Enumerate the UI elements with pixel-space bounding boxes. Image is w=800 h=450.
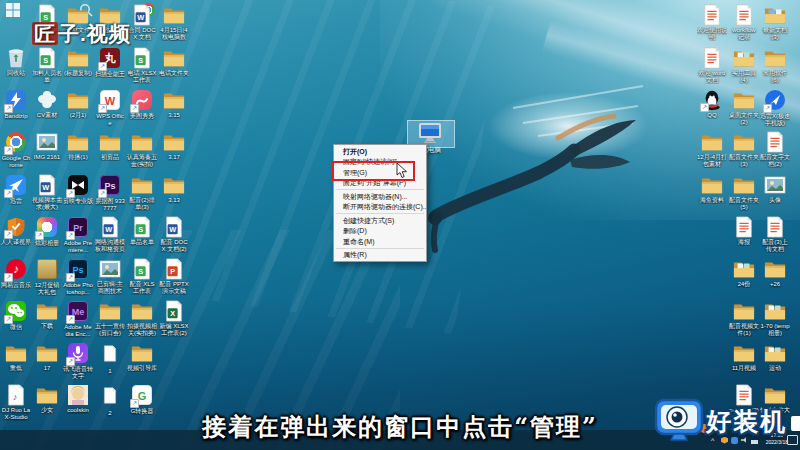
menu-item-7[interactable]: 创建快捷方式(S) [334, 215, 426, 226]
desktop-icon-left[interactable]: 待播(1) [63, 131, 93, 161]
desktop-icon-left[interactable]: W配音 DOCX 文档(2) [159, 216, 189, 253]
desktop-icon-left[interactable]: Ps↗票据图 9337777 [95, 174, 125, 212]
desktop-icon-left[interactable]: W合同 DOCX 文档 [127, 4, 157, 41]
desktop-icon-left[interactable]: P配音 PPTX 演示文稿 [159, 258, 189, 295]
desktop-icon-left[interactable]: ↗微信 [1, 300, 31, 331]
desktop-icon-right[interactable]: 配音文字文档(2) [760, 131, 790, 168]
this-pc-icon[interactable] [418, 122, 442, 144]
desktop-icon-right[interactable]: 桌面文件夹(2) [729, 89, 759, 126]
desktop-icon-left[interactable]: ♪↗网易云音乐 [1, 258, 31, 289]
desktop-icon-left[interactable]: ♪DJ Ruo La X-Studio [1, 384, 31, 421]
desktop-icon-right[interactable]: 1-70 (temp相册) [760, 300, 790, 337]
desktop-icon-right[interactable]: 海报 [729, 216, 759, 246]
desktop-icon-left[interactable]: G↗G转换器 [127, 384, 157, 415]
desktop-icon-right[interactable]: 实用工具(4) [729, 47, 759, 84]
desktop-icon-left[interactable]: Me↗Adobe Media Enc... [63, 300, 93, 338]
menu-item-10[interactable]: 属性(R) [334, 250, 426, 261]
desktop-icon-left[interactable]: ↗美图秀秀 [127, 89, 157, 120]
desktop-icon-left[interactable]: ↗Bandizip [1, 89, 31, 120]
menu-item-6[interactable]: 断开网络驱动器的连接(C)... [334, 202, 426, 213]
desktop-icon-right[interactable]: 头像 [760, 174, 790, 204]
desktop-icon-left[interactable]: 12月促销大礼包 [32, 258, 62, 296]
desktop-icon-left[interactable]: 已剪辑-主商图技术 [95, 258, 125, 295]
desktop-icon-left[interactable]: Ps↗Adobe Photoshop... [63, 258, 93, 296]
desktop-icon-right[interactable]: 常用软件(6) [760, 47, 790, 84]
desktop-icon-right[interactable]: 24份 [729, 258, 759, 288]
desktop-icon-left[interactable]: ↗人人译视界 [1, 216, 31, 246]
desktop-icon-left[interactable]: 4月15日(4核电脑数据) [159, 4, 189, 41]
desktop-icon-left[interactable]: 3.13 [159, 174, 189, 204]
desktop-icon-left[interactable]: 17 [32, 342, 62, 372]
desktop-icon-right[interactable]: 12月-4月打包素材 [697, 131, 727, 168]
desktop-icon-left[interactable]: 下载 [32, 300, 62, 330]
desktop-icon-left[interactable]: 重低 [1, 342, 31, 372]
desktop-icon-right[interactable]: 配音(3)上传文档 [760, 216, 790, 253]
desktop-icon-left[interactable]: CV素材 [32, 89, 62, 119]
desktop-icon-left[interactable]: 回收站 [1, 47, 31, 77]
desktop-icon-left[interactable]: W视频脚本需求(最大) [32, 174, 62, 211]
desktop-icon-label: 配音 PPTX 演示文稿 [159, 281, 189, 295]
desktop-icon-left[interactable]: ↗迅雷 [1, 174, 31, 205]
desktop-icon-left[interactable]: W网络沟通模板和格资页(一) [95, 216, 125, 253]
desktop-icon-left[interactable]: S单品名单 [127, 216, 157, 246]
desktop-icon-left[interactable]: 视频引导库 [127, 342, 157, 372]
start-button[interactable] [5, 2, 21, 18]
desktop-icon-left[interactable]: ↗Google Chrome [1, 131, 31, 169]
desktop-icon-left[interactable]: (2月1) [63, 89, 93, 119]
desktop-icon-left[interactable]: 五十一宣传(剪口会) [95, 300, 125, 337]
desktop-icon-right[interactable]: ↗迅雷X(极速手机版) [760, 89, 790, 127]
desktop-icon-left[interactable]: 认真筹备五金(实拍) [127, 131, 157, 168]
desktop-icon-left[interactable]: 初剪品 [95, 131, 125, 161]
desktop-icon-label: 1-70 (temp相册) [760, 323, 790, 337]
desktop-icon-right[interactable]: 欢迎 word 文档 [697, 47, 727, 84]
desktop-icon-left[interactable]: S电话 XLSX 工作表 [127, 47, 157, 84]
menu-item-8[interactable]: 删除(D) [334, 226, 426, 237]
desktop-icon-left[interactable]: IMG 2161 [32, 131, 62, 161]
desktop-icon-label: 下载 [32, 323, 62, 330]
desktop-icon-left[interactable]: ↗讯飞语音转文字 [63, 342, 93, 380]
desktop-icon-left[interactable]: X新编 XLSX 工作表(2) [159, 300, 189, 337]
desktop-icon-right[interactable]: 11月视频 [729, 342, 759, 372]
desktop-icon-left[interactable]: 电话文件夹 [159, 47, 189, 77]
folder-icon [67, 89, 89, 111]
menu-item-4[interactable]: 固定到“开始”屏幕(P) [334, 178, 426, 189]
desktop-icon-right[interactable]: 欢迎使用说明 [697, 4, 727, 41]
notification-center-icon[interactable] [787, 435, 798, 445]
desktop-icon-right[interactable]: 海鱼资料 [697, 174, 727, 204]
desktop-icon-label: 海报 [729, 239, 759, 246]
folder-icon [131, 300, 153, 322]
desktop-icon-left[interactable]: W↗WPS Office [95, 89, 125, 127]
desktop-icon-right[interactable]: 配音视频文件(1) [729, 300, 759, 337]
desktop-icon-left[interactable]: ↗剪映专业版 [63, 174, 93, 205]
desktop-icon-label: 票据图 9337777 [95, 198, 125, 212]
desktop-icon-left[interactable]: S加料人员名单 [32, 47, 62, 84]
menu-item-3-manage[interactable]: 管理(G) [334, 167, 426, 178]
desktop-icon-left[interactable]: ↗炫彩相册 [32, 216, 62, 247]
desktop-icon-right[interactable]: +26 [760, 258, 790, 288]
desktop-icon-right[interactable]: 配音文件夹(3) [729, 131, 759, 168]
desktop-icon-right[interactable]: 配音文件夹(5) [729, 174, 759, 211]
desktop-icon-right[interactable]: ↗QQ [697, 89, 727, 119]
watermark-logo-char: 匠 [32, 22, 58, 45]
desktop-icon-left[interactable]: S配音 XLS 工作表 [127, 258, 157, 295]
desktop-icon-right[interactable]: 最新文档(3) [760, 4, 790, 41]
desktop-icon-left[interactable]: 3.15 [159, 89, 189, 119]
menu-item-9[interactable]: 重命名(M) [334, 236, 426, 247]
desktop-icon-left[interactable]: Pr↗Adobe Premiere... [63, 216, 93, 254]
desktop-icon-left[interactable]: 1 [95, 342, 125, 375]
desktop-icon-left[interactable]: 丸↗扫描全能王 [95, 47, 125, 78]
desktop-icon-label: 12月-4月打包素材 [697, 154, 727, 168]
menu-item-5[interactable]: 映射网络驱动器(N)... [334, 191, 426, 202]
desktop-icon-right[interactable]: workflow 记录 [729, 4, 759, 41]
desktop-icon-left[interactable]: 拍摄视频相关(实拍类) [127, 300, 157, 337]
desktop-icon-left[interactable]: (标题复制) [63, 47, 93, 77]
desktop-icon-left[interactable]: coolskin [63, 384, 93, 414]
desktop-icon-left[interactable]: 少女 [32, 384, 62, 414]
desktop-icon-left[interactable]: 3.17 [159, 131, 189, 161]
menu-item-1[interactable]: 打开(O) [334, 146, 426, 157]
desktop-icon-left[interactable]: 配音(2)排单(3) [127, 174, 157, 211]
menu-item-2[interactable]: 固定到“快速访问” [334, 157, 426, 168]
desktop-icon-left[interactable]: 2 [95, 384, 125, 417]
premiere-icon: Pr↗ [67, 217, 89, 239]
desktop-icon-right[interactable]: 运动 [760, 342, 790, 372]
